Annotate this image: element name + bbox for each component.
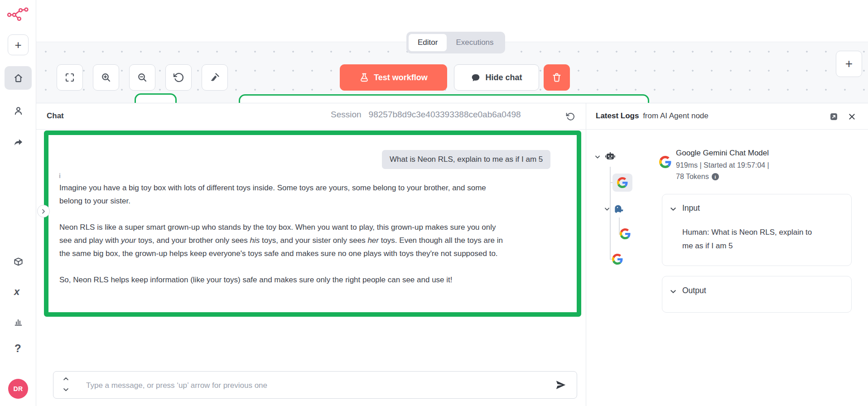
tokens-count: 78 Tokens: [676, 173, 709, 181]
tree-item-gemini-embeddings[interactable]: [620, 228, 631, 239]
sidebar-item-templates[interactable]: [13, 256, 24, 267]
bot-message: Imagine you have a big toy box with lots…: [59, 181, 503, 286]
chevron-right-icon: [41, 208, 47, 214]
hide-chat-label: Hide chat: [485, 73, 522, 82]
new-workflow-button[interactable]: +: [8, 34, 29, 55]
zoom-in-icon: [101, 72, 111, 83]
sidebar-item-help[interactable]: ?: [14, 342, 21, 355]
logs-title-rest: from AI Agent node: [643, 111, 709, 120]
zoom-out-icon: [137, 72, 148, 83]
google-icon: [617, 177, 628, 188]
open-logs-view-button[interactable]: [827, 110, 840, 123]
bot-p2-text: toys, and your brother only sees: [136, 236, 250, 245]
view-tabs: Editor Executions: [406, 32, 505, 53]
logs-title-bold: Latest Logs: [596, 111, 639, 120]
package-box-icon: [13, 256, 24, 267]
home-icon: [13, 73, 24, 83]
variables-x-icon: x: [14, 286, 19, 297]
tree-collapse-vector-store[interactable]: [604, 206, 610, 212]
tree-collapse-agent[interactable]: [594, 154, 601, 160]
bot-p2-italic-her: her: [367, 236, 379, 245]
google-icon: [620, 228, 631, 239]
zoom-to-fit-button[interactable]: [57, 64, 83, 91]
tree-item-postgres-pgvector[interactable]: [613, 203, 625, 215]
log-entry-meta-line1: 919ms | Started at 19:57:04 |: [676, 161, 769, 169]
chat-bubble-icon: [471, 72, 481, 82]
person-icon: [13, 106, 24, 116]
log-entry-name[interactable]: Google Gemini Chat Model: [676, 149, 769, 158]
chat-input-placeholder[interactable]: Type a message, or press ‘up’ arrow for …: [86, 381, 267, 390]
bar-chart-icon: [13, 316, 24, 327]
chevron-down-icon: [670, 288, 677, 295]
next-message-button[interactable]: [63, 387, 69, 393]
session-id: 98257b8d9c3e403393388ce0ab6a0498: [369, 110, 521, 120]
reset-zoom-button[interactable]: [165, 64, 192, 91]
bot-paragraph-3: So, Neon RLS helps keep information (lik…: [59, 273, 503, 286]
bot-paragraph-2: Neon RLS is like a super smart grown-up …: [59, 221, 503, 260]
test-workflow-label: Test workflow: [374, 73, 428, 82]
chevron-down-icon: [604, 206, 610, 212]
input-section-label[interactable]: Input: [682, 203, 700, 213]
paper-plane-icon: [555, 379, 567, 391]
delete-button[interactable]: [544, 64, 570, 91]
logs-panel-title: Latest Logs from AI Agent node: [596, 111, 709, 121]
tree-item-gemini-model-2[interactable]: [612, 254, 623, 265]
chevron-down-icon: [594, 154, 601, 160]
sidebar-item-shared[interactable]: [13, 137, 24, 148]
log-input-text: Human: What is Neon RLS, explain to me a…: [682, 226, 818, 253]
chat-header-divider: [36, 129, 586, 130]
add-node-button[interactable]: +: [836, 51, 862, 77]
info-icon[interactable]: i: [712, 173, 719, 180]
sidebar: + x ? DR: [0, 0, 36, 406]
sidebar-item-personal[interactable]: [13, 106, 24, 116]
tidy-up-button[interactable]: [202, 64, 228, 91]
ai-agent-robot-icon[interactable]: [604, 151, 616, 163]
log-entry-google-icon: [659, 156, 671, 168]
tab-executions[interactable]: Executions: [447, 34, 502, 51]
pop-out-icon: [829, 112, 839, 121]
chevron-down-icon: [63, 387, 69, 393]
reset-session-button[interactable]: [563, 110, 577, 123]
collapse-sidebar-handle[interactable]: [37, 205, 50, 218]
tab-editor[interactable]: Editor: [409, 34, 447, 51]
avatar-initials: DR: [13, 385, 23, 392]
sidebar-item-variables[interactable]: x: [14, 285, 19, 298]
output-section-label[interactable]: Output: [682, 286, 706, 295]
question-mark-icon: ?: [14, 342, 21, 354]
send-message-button[interactable]: [555, 379, 567, 391]
chat-panel-title: Chat: [47, 111, 64, 121]
chat-session: Session 98257b8d9c3e403393388ce0ab6a0498: [331, 110, 521, 120]
n8n-app-window: + x ? DR RAG Guide for Blog + Add tag In…: [0, 0, 868, 406]
sidebar-item-insights[interactable]: [13, 316, 24, 327]
close-logs-button[interactable]: [845, 110, 858, 123]
fit-view-icon: [64, 72, 75, 83]
google-icon: [612, 254, 623, 265]
expand-output-button[interactable]: [670, 288, 677, 295]
trash-icon: [551, 72, 562, 83]
sidebar-item-overview[interactable]: [5, 66, 32, 90]
bot-message-info-icon[interactable]: i: [59, 172, 61, 179]
undo-arrow-icon: [173, 72, 184, 83]
forward-arrow-icon: [13, 137, 24, 148]
tree-line: [610, 167, 611, 259]
postgres-elephant-icon: [613, 203, 625, 215]
reset-session-icon: [565, 112, 575, 121]
chevron-down-icon: [670, 206, 677, 213]
test-workflow-button[interactable]: Test workflow: [340, 64, 447, 91]
collapse-input-button[interactable]: [670, 206, 677, 213]
close-icon: [848, 112, 856, 121]
user-message-bubble: What is Neon RLS, explain to me as if I …: [382, 150, 550, 169]
previous-message-button[interactable]: [63, 376, 69, 382]
bot-paragraph-1: Imagine you have a big toy box with lots…: [59, 181, 503, 208]
logs-header-divider: [586, 129, 868, 130]
zoom-out-button[interactable]: [129, 64, 155, 91]
user-avatar[interactable]: DR: [8, 379, 28, 399]
zoom-in-button[interactable]: [93, 64, 119, 91]
bot-p2-italic-your: your: [121, 236, 136, 245]
log-entry-meta-line2: 78 Tokens i: [676, 173, 719, 181]
hide-chat-button[interactable]: Hide chat: [454, 64, 539, 91]
tree-item-gemini-chat-model-selected[interactable]: [612, 174, 632, 192]
session-label: Session: [331, 110, 362, 120]
n8n-logo-icon: [7, 7, 29, 22]
bot-p2-text: toys, and your sister only sees: [260, 236, 367, 245]
